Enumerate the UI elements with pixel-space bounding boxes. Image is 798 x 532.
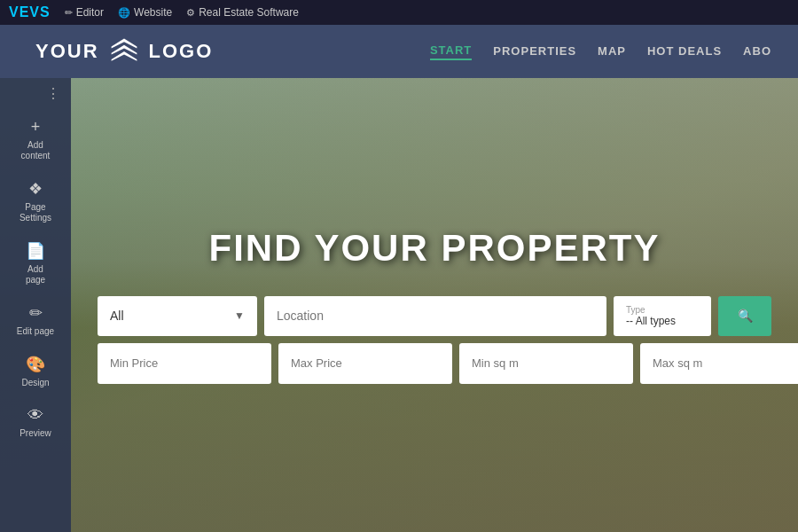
settings-icon: ⚙ bbox=[186, 7, 195, 19]
nav-about[interactable]: ABO bbox=[743, 44, 771, 59]
type-select-value: All bbox=[110, 309, 124, 323]
add-content-icon: + bbox=[31, 118, 41, 137]
max-sqm-input[interactable] bbox=[640, 343, 798, 384]
design-label: Design bbox=[21, 378, 49, 388]
logo-text-before: YOUR bbox=[35, 40, 99, 63]
preview-label: Preview bbox=[20, 428, 51, 439]
search-row-1: All ▼ Type -- All types 🔍 bbox=[98, 296, 771, 336]
sidebar-design[interactable]: 🎨 Design bbox=[0, 346, 71, 397]
type-select[interactable]: All ▼ bbox=[98, 296, 257, 336]
search-button[interactable]: 🔍 bbox=[718, 296, 771, 336]
search-form: All ▼ Type -- All types 🔍 bbox=[98, 296, 771, 384]
sidebar-dots-menu[interactable]: ⋮ bbox=[46, 85, 71, 102]
type-btn-value: -- All types bbox=[626, 315, 676, 327]
website-label: Website bbox=[134, 6, 172, 19]
sidebar-add-page[interactable]: 📄 Addpage bbox=[0, 232, 71, 294]
nav-start[interactable]: START bbox=[430, 43, 472, 60]
add-content-label: Addcontent bbox=[21, 140, 51, 161]
admin-editor-btn[interactable]: ✏ Editor bbox=[65, 6, 104, 19]
edit-page-icon: ✏ bbox=[29, 303, 43, 323]
nav-map[interactable]: MAP bbox=[598, 44, 626, 59]
sidebar-page-settings[interactable]: ❖ PageSettings bbox=[0, 170, 71, 232]
editor-sidebar: ⋮ + Addcontent ❖ PageSettings 📄 Addpage … bbox=[0, 78, 71, 532]
hero-content: FIND YOUR PROPERTY All ▼ Type -- All typ… bbox=[71, 78, 798, 532]
min-sqm-input[interactable] bbox=[459, 343, 633, 384]
site-header: YOUR LOGO START PROPERTIES MAP HOT DEALS… bbox=[0, 25, 798, 78]
design-icon: 🎨 bbox=[26, 355, 45, 374]
chevron-down-icon: ▼ bbox=[234, 309, 245, 322]
page-settings-icon: ❖ bbox=[28, 179, 43, 199]
admin-realestate-btn[interactable]: ⚙ Real Estate Software bbox=[186, 6, 299, 19]
sidebar-edit-page[interactable]: ✏ Edit page bbox=[0, 294, 71, 346]
search-icon: 🔍 bbox=[738, 309, 753, 323]
admin-logo-text: VEV bbox=[9, 4, 40, 20]
max-price-input[interactable] bbox=[278, 343, 452, 384]
page-settings-label: PageSettings bbox=[20, 202, 51, 223]
add-page-icon: 📄 bbox=[26, 241, 45, 261]
editor-label: Editor bbox=[76, 6, 104, 19]
nav-properties[interactable]: PROPERTIES bbox=[493, 44, 576, 59]
logo-icon bbox=[108, 35, 140, 67]
type-button[interactable]: Type -- All types bbox=[614, 296, 711, 336]
admin-website-btn[interactable]: 🌐 Website bbox=[118, 6, 172, 19]
add-page-label: Addpage bbox=[26, 264, 45, 286]
logo-text-after: LOGO bbox=[149, 40, 214, 63]
search-row-2: Bedrooms --- ▼ Bathrooms --- ▼ bbox=[98, 343, 771, 384]
svg-marker-2 bbox=[111, 51, 137, 61]
preview-icon: 👁 bbox=[27, 406, 43, 425]
sidebar-add-content[interactable]: + Addcontent bbox=[0, 109, 71, 170]
edit-page-label: Edit page bbox=[17, 326, 54, 337]
type-btn-label: Type bbox=[626, 305, 699, 315]
site-nav: START PROPERTIES MAP HOT DEALS ABO bbox=[430, 43, 771, 60]
realestate-label: Real Estate Software bbox=[199, 6, 299, 19]
min-price-input[interactable] bbox=[98, 343, 271, 384]
website-icon: 🌐 bbox=[118, 7, 130, 19]
admin-bar: VEVS ✏ Editor 🌐 Website ⚙ Real Estate So… bbox=[0, 0, 798, 25]
sidebar-preview[interactable]: 👁 Preview bbox=[0, 397, 71, 448]
editor-icon: ✏ bbox=[65, 7, 73, 19]
location-input[interactable] bbox=[264, 296, 606, 336]
nav-hotdeals[interactable]: HOT DEALS bbox=[647, 44, 722, 59]
site-logo: YOUR LOGO bbox=[35, 35, 213, 67]
hero-title: FIND YOUR PROPERTY bbox=[209, 227, 661, 270]
admin-logo-accent: S bbox=[40, 4, 51, 20]
hero-section: ⋮ + Addcontent ❖ PageSettings 📄 Addpage … bbox=[0, 78, 798, 532]
admin-bar-logo: VEVS bbox=[9, 4, 51, 20]
